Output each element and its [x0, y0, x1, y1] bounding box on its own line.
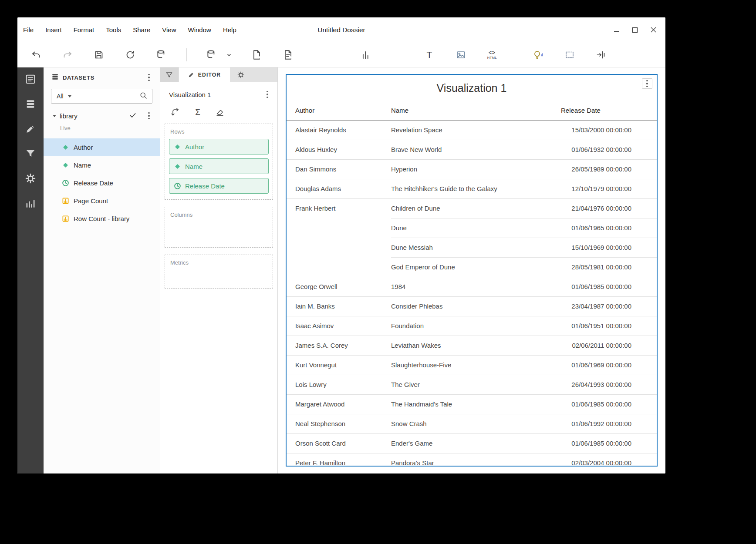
rows-drop-zone[interactable]: Rows AuthorNameRelease Date [165, 124, 273, 200]
menu-insert[interactable]: Insert [45, 26, 62, 34]
release-date-cell[interactable]: 01/06/1969 00:00:00 [561, 355, 657, 375]
author-cell[interactable]: Neal Stephenson [287, 414, 391, 433]
visualization-card[interactable]: Visualization 1 AuthorNameRelease Date A… [286, 74, 658, 467]
menu-window[interactable]: Window [188, 26, 211, 34]
zone-chip-name[interactable]: Name [169, 158, 269, 174]
sidebar-item-format[interactable] [25, 123, 36, 134]
sigma-button[interactable]: Σ [193, 107, 202, 117]
name-cell[interactable]: Hyperion [391, 159, 561, 179]
release-date-cell[interactable]: 21/04/1976 00:00:00 [561, 198, 657, 218]
release-date-cell[interactable]: 15/03/2000 00:00:00 [561, 120, 657, 140]
name-cell[interactable]: Pandora's Star [391, 453, 561, 467]
author-cell[interactable]: Isaac Asimov [287, 316, 391, 336]
release-date-cell[interactable]: 01/06/1992 00:00:00 [561, 414, 657, 433]
release-date-cell[interactable]: 01/06/1951 00:00:00 [561, 316, 657, 336]
menu-view[interactable]: View [162, 26, 176, 34]
name-cell[interactable]: Dune [391, 218, 561, 238]
visualization-card-menu-button[interactable] [642, 78, 652, 89]
pivot-button[interactable] [171, 107, 180, 117]
release-date-cell[interactable]: 23/04/1987 00:00:00 [561, 296, 657, 316]
refresh-button[interactable] [124, 47, 137, 62]
add-data-dropdown[interactable] [223, 47, 236, 62]
release-date-cell[interactable]: 12/10/1979 00:00:00 [561, 179, 657, 198]
column-header-name[interactable]: Name [391, 101, 561, 120]
tab-filter[interactable] [160, 67, 179, 82]
author-cell[interactable]: Orson Scott Card [287, 433, 391, 453]
name-cell[interactable]: God Emperor of Dune [391, 257, 561, 277]
presentation-mode-button[interactable] [645, 47, 658, 62]
column-header-release-date[interactable]: Release Date [561, 101, 657, 120]
dataset-status-button[interactable] [155, 47, 168, 62]
name-cell[interactable]: Snow Crash [391, 414, 561, 433]
dataset-field-page-count[interactable]: Page Count [44, 192, 160, 210]
zone-chip-release-date[interactable]: Release Date [169, 178, 269, 194]
release-date-cell[interactable]: 01/06/1985 00:00:00 [561, 394, 657, 414]
dataset-menu-button[interactable] [145, 111, 153, 121]
insert-selector-button[interactable] [392, 47, 405, 62]
name-cell[interactable]: Brave New World [391, 140, 561, 159]
name-cell[interactable]: Revelation Space [391, 120, 561, 140]
search-icon[interactable] [139, 91, 148, 101]
insert-text-button[interactable]: T [423, 47, 436, 62]
redo-button[interactable] [61, 47, 74, 62]
release-date-cell[interactable]: 01/06/1965 00:00:00 [561, 218, 657, 238]
expand-caret-icon[interactable] [53, 115, 56, 117]
author-cell[interactable]: Peter F. Hamilton [287, 453, 391, 467]
undo-button[interactable] [30, 47, 43, 62]
name-cell[interactable]: Children of Dune [391, 198, 561, 218]
release-date-cell[interactable]: 26/04/1993 00:00:00 [561, 375, 657, 394]
name-cell[interactable]: 1984 [391, 277, 561, 296]
name-cell[interactable]: The Handmaid's Tale [391, 394, 561, 414]
zone-chip-author[interactable]: Author [169, 139, 269, 154]
menu-file[interactable]: File [23, 26, 34, 34]
add-data-button[interactable] [205, 47, 218, 62]
dataset-filter-value[interactable]: All [57, 93, 64, 100]
sidebar-item-filter[interactable] [25, 148, 36, 159]
name-cell[interactable]: Foundation [391, 316, 561, 336]
name-cell[interactable]: The Giver [391, 375, 561, 394]
name-cell[interactable]: Ender's Game [391, 433, 561, 453]
name-cell[interactable]: Dune Messiah [391, 238, 561, 257]
close-button[interactable] [647, 24, 659, 36]
metrics-drop-zone[interactable]: Metrics [165, 255, 273, 289]
add-chapter-button[interactable] [282, 47, 295, 62]
menu-share[interactable]: Share [133, 26, 150, 34]
release-date-cell[interactable]: 02/06/2011 00:00:00 [561, 336, 657, 355]
sidebar-item-settings[interactable] [25, 173, 36, 184]
insert-html-button[interactable]: <> HTML [486, 47, 499, 62]
author-cell[interactable]: Dan Simmons [287, 159, 391, 179]
sidebar-item-visualization-gallery[interactable] [25, 198, 36, 209]
freeform-layout-button[interactable] [563, 47, 576, 62]
convert-layout-button[interactable] [594, 47, 608, 62]
name-cell[interactable]: Slaughterhouse-Five [391, 355, 561, 375]
author-cell[interactable]: Aldous Huxley [287, 140, 391, 159]
author-cell[interactable]: Margaret Atwood [287, 394, 391, 414]
author-cell[interactable]: George Orwell [287, 277, 391, 296]
release-date-cell[interactable]: 02/03/2004 00:00:00 [561, 453, 657, 467]
insert-image-button[interactable] [454, 47, 467, 62]
save-button[interactable] [92, 47, 105, 62]
author-cell[interactable]: Kurt Vonnegut [287, 355, 391, 375]
dataset-field-release-date[interactable]: Release Date [44, 174, 160, 192]
dataset-field-row-count-library[interactable]: Row Count - library [44, 210, 160, 228]
author-cell[interactable]: James S.A. Corey [287, 336, 391, 355]
menu-tools[interactable]: Tools [106, 26, 121, 34]
tab-format[interactable] [230, 67, 252, 82]
tab-editor[interactable]: EDITOR [179, 67, 230, 82]
maximize-button[interactable] [629, 24, 641, 36]
menu-help[interactable]: Help [223, 26, 236, 34]
author-cell[interactable]: Frank Herbert [287, 198, 391, 277]
eraser-button[interactable] [215, 107, 225, 117]
sidebar-item-contents[interactable] [25, 74, 36, 85]
insert-visualization-button[interactable] [360, 47, 373, 62]
visualization-menu-button[interactable] [263, 90, 271, 99]
release-date-cell[interactable]: 26/05/1989 00:00:00 [561, 159, 657, 179]
datasets-menu-button[interactable] [145, 73, 153, 82]
name-cell[interactable]: Leviathan Wakes [391, 336, 561, 355]
name-cell[interactable]: The Hitchhiker's Guide to the Galaxy [391, 179, 561, 198]
release-date-cell[interactable]: 01/06/1985 00:00:00 [561, 433, 657, 453]
author-cell[interactable]: Alastair Reynolds [287, 120, 391, 140]
dataset-field-author[interactable]: Author [44, 138, 160, 156]
column-header-author[interactable]: Author [287, 101, 391, 120]
menu-format[interactable]: Format [74, 26, 94, 34]
